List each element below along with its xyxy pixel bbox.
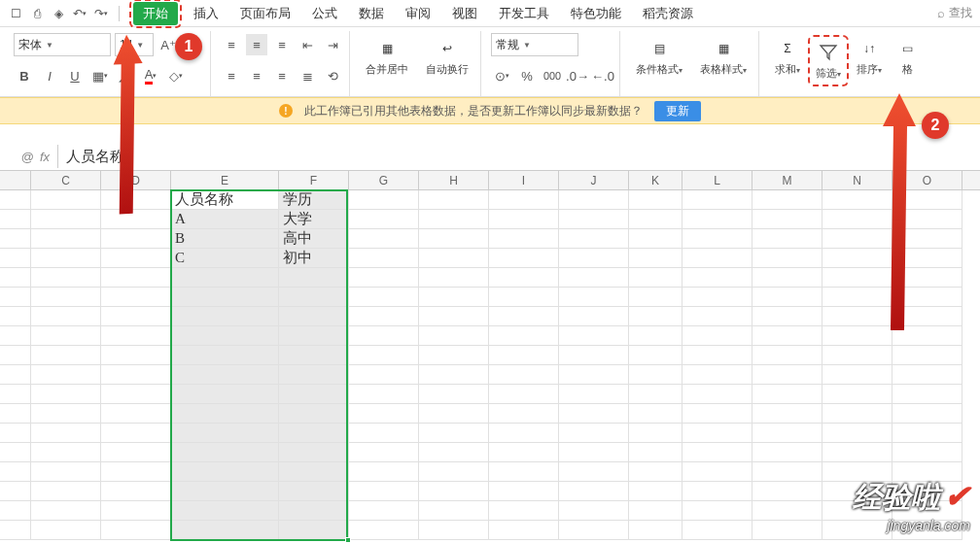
italic-icon[interactable]: I (39, 65, 60, 86)
cell[interactable] (349, 443, 419, 462)
column-header[interactable]: M (752, 171, 822, 189)
cell[interactable] (419, 521, 489, 540)
cell[interactable] (752, 365, 822, 385)
cell[interactable] (419, 307, 489, 326)
decrease-decimal-icon[interactable]: ←.0 (592, 65, 613, 86)
cell[interactable] (419, 268, 489, 288)
cell[interactable] (629, 385, 682, 404)
cell[interactable] (279, 346, 349, 365)
cell[interactable] (31, 365, 101, 385)
cell[interactable] (31, 443, 101, 462)
cell[interactable] (349, 365, 419, 385)
align-bottom-icon[interactable]: ≡ (271, 34, 293, 55)
cell[interactable] (101, 501, 171, 521)
cell[interactable] (752, 346, 822, 365)
cell[interactable] (101, 326, 171, 346)
cell[interactable] (171, 501, 279, 521)
cell[interactable] (559, 268, 629, 288)
cell[interactable] (419, 365, 489, 385)
cell[interactable] (0, 501, 31, 521)
cell[interactable] (419, 501, 489, 521)
number-format-combo[interactable]: 常规 ▼ (491, 33, 578, 56)
sort-button[interactable]: ↓↑ 排序▾ (851, 35, 888, 79)
cell[interactable] (629, 462, 682, 482)
currency-icon[interactable]: ⊙▾ (491, 65, 512, 86)
increase-decimal-icon[interactable]: .0→ (567, 65, 588, 86)
cell[interactable] (752, 229, 822, 249)
cell[interactable] (752, 462, 822, 482)
cell[interactable] (559, 288, 629, 307)
cell[interactable] (559, 404, 629, 424)
tab-layout[interactable]: 页面布局 (230, 1, 300, 26)
cell[interactable] (682, 268, 752, 288)
cell[interactable] (101, 404, 171, 424)
indent-dec-icon[interactable]: ⇤ (297, 34, 318, 55)
tab-dev[interactable]: 开发工具 (489, 1, 559, 26)
cell[interactable] (349, 521, 419, 540)
column-header[interactable]: E (171, 171, 279, 189)
cell[interactable] (752, 190, 822, 210)
cell[interactable] (752, 385, 822, 404)
cell[interactable] (822, 443, 892, 462)
cell[interactable] (171, 462, 279, 482)
formula-input[interactable]: 人员名称 (58, 145, 980, 168)
cell[interactable] (349, 249, 419, 268)
cell[interactable] (892, 346, 962, 365)
cell[interactable] (752, 424, 822, 443)
cell[interactable] (752, 521, 822, 540)
cell[interactable] (171, 326, 279, 346)
cell[interactable] (489, 210, 559, 229)
cell[interactable] (489, 385, 559, 404)
cell[interactable] (752, 307, 822, 326)
fill-handle[interactable] (345, 537, 351, 543)
cell[interactable] (682, 288, 752, 307)
fx-icon[interactable]: fx (40, 150, 50, 164)
cell[interactable] (101, 307, 171, 326)
cell[interactable] (682, 501, 752, 521)
cell[interactable] (752, 288, 822, 307)
cell[interactable]: 大学 (279, 210, 349, 229)
cell[interactable] (349, 404, 419, 424)
cell[interactable] (31, 385, 101, 404)
cell[interactable] (279, 501, 349, 521)
cell[interactable] (349, 424, 419, 443)
cell[interactable] (629, 443, 682, 462)
cell[interactable] (349, 210, 419, 229)
cell[interactable] (822, 365, 892, 385)
cell[interactable] (629, 229, 682, 249)
cell[interactable] (31, 249, 101, 268)
cell[interactable] (489, 521, 559, 540)
cell[interactable] (489, 482, 559, 501)
cell[interactable] (101, 229, 171, 249)
cell[interactable] (279, 462, 349, 482)
clear-format-icon[interactable]: ◇▾ (165, 65, 187, 86)
percent-icon[interactable]: % (516, 65, 538, 86)
cell[interactable] (171, 288, 279, 307)
comma-icon[interactable]: 000 (542, 65, 563, 86)
cell[interactable] (0, 288, 31, 307)
cell[interactable] (419, 288, 489, 307)
cell[interactable] (279, 424, 349, 443)
cell[interactable] (0, 521, 31, 540)
cell[interactable] (682, 210, 752, 229)
cell[interactable] (171, 482, 279, 501)
cell[interactable] (171, 424, 279, 443)
cell[interactable] (31, 326, 101, 346)
format-more-button[interactable]: ▭ 格 (890, 35, 925, 79)
cell[interactable] (171, 365, 279, 385)
update-button[interactable]: 更新 (654, 101, 701, 121)
cell[interactable] (629, 404, 682, 424)
cell[interactable] (822, 424, 892, 443)
cell[interactable] (682, 190, 752, 210)
cell[interactable] (559, 346, 629, 365)
cell[interactable] (892, 424, 962, 443)
table-style-button[interactable]: ▦ 表格样式▾ (694, 35, 752, 79)
cell[interactable] (682, 326, 752, 346)
cell[interactable] (489, 404, 559, 424)
cell[interactable] (682, 249, 752, 268)
cell[interactable] (0, 482, 31, 501)
cell[interactable] (101, 424, 171, 443)
cell[interactable] (0, 190, 31, 210)
cell[interactable] (559, 210, 629, 229)
cell[interactable] (0, 249, 31, 268)
